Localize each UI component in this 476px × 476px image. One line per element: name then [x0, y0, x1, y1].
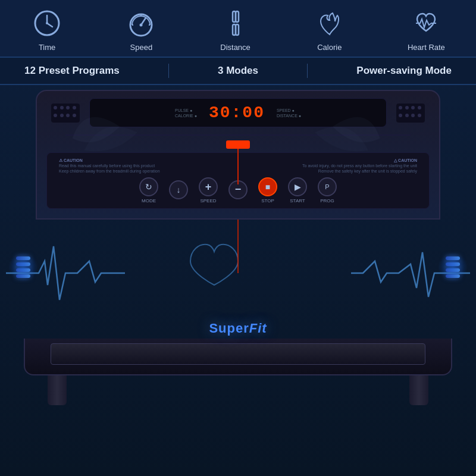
separator [65, 134, 411, 136]
mode-button-label: MODE [142, 198, 156, 203]
calorie-label: Calorie [317, 43, 342, 52]
ctrl-stop[interactable]: ■ STOP [258, 177, 277, 203]
speaker-dot [73, 114, 76, 117]
speaker-glow-right [438, 252, 468, 282]
stop-button-circle[interactable]: ■ [258, 177, 277, 196]
calorie-icon [314, 7, 346, 39]
ctrl-start[interactable]: ▶ START [288, 177, 307, 203]
wave-body-area: SuperFit [6, 220, 470, 336]
prog-button-circle[interactable]: P [318, 177, 337, 196]
brand-prefix: Super [209, 321, 249, 336]
brand-suffix: Fit [249, 321, 267, 336]
speaker-dot [399, 106, 402, 109]
brand-name: SuperFit [209, 321, 267, 336]
time-icon [31, 7, 63, 39]
treadmill-belt [51, 343, 425, 365]
start-button-label: START [290, 198, 305, 203]
brand-area: SuperFit [6, 321, 470, 336]
stop-button-label: STOP [261, 198, 274, 203]
display-panel: PULSE ● CALORIE ● 30:00 SPEED ● DISTANCE… [89, 98, 387, 127]
svg-point-6 [140, 24, 143, 27]
modes-info: 3 Modes [218, 65, 258, 77]
down-button-circle[interactable]: ↓ [169, 180, 188, 199]
caution-right: △ CAUTION To avoid injury, do not press … [302, 158, 417, 174]
speaker-dot [399, 114, 402, 117]
speed-icon [125, 7, 157, 39]
distance-icon [220, 7, 252, 39]
feature-heart-rate: Heart Rate [408, 7, 445, 52]
speaker-dot [66, 114, 70, 117]
start-button-circle[interactable]: ▶ [288, 177, 307, 196]
heartrate-wave [6, 220, 470, 327]
treadmill-base [24, 339, 452, 375]
speaker-dot [54, 114, 57, 117]
svg-point-3 [46, 22, 48, 24]
programs-info: 12 Preset Programs [24, 65, 120, 77]
speaker-dot [411, 106, 415, 109]
console: PULSE ● CALORIE ● 30:00 SPEED ● DISTANCE… [36, 90, 440, 220]
ctrl-prog[interactable]: P PROG [318, 177, 337, 203]
speaker-glow-left [8, 252, 38, 282]
speaker-dot [54, 106, 57, 109]
speaker-dot [418, 114, 421, 117]
key-string [237, 149, 239, 184]
key-clip [226, 140, 250, 149]
treadmill-area: PULSE ● CALORIE ● 30:00 SPEED ● DISTANCE… [0, 85, 476, 421]
side-speaker-right-container [438, 243, 468, 291]
speaker-dot [411, 114, 415, 117]
display-right-labels: SPEED ● DISTANCE ● [277, 108, 301, 118]
distance-label: Distance [220, 43, 250, 52]
feature-time: Time [31, 7, 63, 52]
console-top: PULSE ● CALORIE ● 30:00 SPEED ● DISTANCE… [46, 96, 430, 130]
svg-rect-13 [236, 24, 239, 35]
heart-rate-icon [410, 7, 442, 39]
leg-left [48, 375, 67, 405]
svg-rect-11 [236, 11, 239, 22]
caution-left: ⚠ CAUTION Read this manual carefully bef… [59, 158, 160, 174]
features-bar: Time Speed [0, 0, 476, 58]
power-info: Power-saving Mode [356, 65, 452, 77]
time-label: Time [39, 43, 55, 52]
heart-rate-label: Heart Rate [408, 43, 445, 52]
divider-1 [168, 64, 169, 78]
speaker-dot [60, 106, 64, 109]
speaker-left [51, 104, 80, 123]
info-bar: 12 Preset Programs 3 Modes Power-saving … [0, 58, 476, 85]
mode-button-circle[interactable]: ↻ [139, 177, 158, 196]
speaker-dot [405, 114, 409, 117]
divider-2 [307, 64, 308, 78]
speaker-dot [60, 114, 64, 117]
speed-plus-circle[interactable]: + [199, 177, 218, 196]
side-speaker-left-container [8, 243, 38, 291]
speaker-dot [73, 106, 76, 109]
ctrl-speed-plus[interactable]: + SPEED [199, 177, 218, 203]
speed-plus-label: SPEED [200, 198, 216, 203]
ctrl-mode[interactable]: ↻ MODE [139, 177, 158, 203]
main-container: Time Speed [0, 0, 476, 476]
safety-key [46, 140, 430, 149]
feature-calorie: Calorie [314, 7, 346, 52]
feature-speed: Speed [125, 7, 157, 52]
speaker-dot [418, 106, 421, 109]
ctrl-down[interactable]: ↓ [169, 180, 188, 201]
legs-area [24, 375, 452, 405]
speed-label: Speed [130, 43, 153, 52]
display-time: 30:00 [209, 104, 265, 122]
prog-button-label: PROG [320, 198, 334, 203]
speaker-right [396, 104, 425, 123]
display-left-labels: PULSE ● CALORIE ● [175, 108, 197, 118]
speaker-dot [405, 106, 409, 109]
leg-right [409, 375, 428, 405]
feature-distance: Distance [220, 7, 252, 52]
speaker-dot [66, 106, 70, 109]
